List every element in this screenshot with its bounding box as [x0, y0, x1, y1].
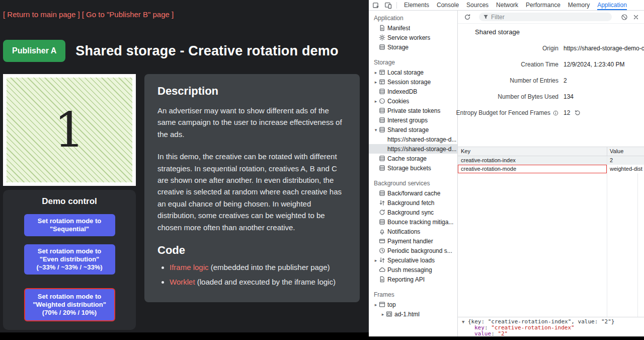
bracket-text: ]	[170, 10, 174, 19]
expand-triangle-icon[interactable]: ▼	[462, 319, 468, 325]
database-icon	[379, 107, 387, 114]
sidebar-item-label: Private state tokens	[387, 107, 440, 114]
metadata-value: https://shared-storage-demo-co	[564, 45, 644, 52]
triangle-right-icon[interactable]: ▸	[373, 80, 379, 85]
sidebar-item-back-forward-cache[interactable]: Back/forward cache	[369, 188, 457, 198]
bell-icon	[379, 228, 387, 235]
manifest-icon	[379, 25, 387, 31]
sidebar-item-https-shared-storage-d[interactable]: https://shared-storage-d...	[369, 134, 457, 144]
metadata-label: Number of Entries	[458, 77, 558, 84]
page-header: Publisher A Shared storage - Creative ro…	[3, 40, 369, 62]
sidebar-item-payment-handler[interactable]: Payment handler	[369, 236, 457, 246]
refresh-icon[interactable]	[464, 14, 471, 21]
set-rotation-mode-button-3[interactable]: Set rotation mode to"Weighted distributi…	[24, 288, 115, 321]
tab-elements[interactable]: Elements	[404, 0, 429, 10]
page-title: Shared storage - Creative rotation demo	[75, 43, 338, 59]
reset-entropy-budget-button[interactable]	[575, 110, 581, 116]
metadata-value: 134	[564, 93, 574, 100]
metadata-label: Origin	[458, 45, 558, 52]
column-header-value[interactable]: Value	[607, 147, 644, 156]
sidebar-item-service-workers[interactable]: Service workers	[369, 33, 457, 42]
publisher-page: [ Return to main page ] [ Go to "Publish…	[0, 0, 369, 332]
shared-storage-panel: Shared storage Originhttps://shared-stor…	[458, 11, 644, 336]
sidebar-item-label: IndexedDB	[387, 88, 417, 95]
sidebar-item-background-fetch[interactable]: Background fetch	[369, 198, 457, 208]
demo-control-title: Demo control	[3, 196, 136, 207]
sidebar-item-shared-storage[interactable]: ▾Shared storage	[369, 125, 457, 134]
sidebar-item-notifications[interactable]: Notifications	[369, 227, 457, 236]
database-icon	[379, 155, 387, 162]
devtools-body: ApplicationManifestService workersStorag…	[369, 11, 644, 336]
database-icon	[379, 117, 387, 123]
sidebar-item-push-messaging[interactable]: Push messaging	[369, 265, 457, 275]
tab-application[interactable]: Application	[597, 0, 627, 10]
publisher-b-link[interactable]: Go to "Publisher B" page	[86, 10, 170, 19]
column-header-key[interactable]: Key	[458, 147, 607, 156]
metadata-label: Creation Time	[458, 61, 558, 68]
sidebar-item-label: Background sync	[387, 209, 434, 216]
metadata-row-number-of-bytes-used: Number of Bytes Used134	[458, 89, 644, 105]
delete-icon[interactable]	[633, 14, 639, 20]
database-icon	[379, 190, 387, 196]
sidebar-item-https-shared-storage-d[interactable]: https://shared-storage-d...	[369, 144, 457, 154]
sidebar-item-storage-buckets[interactable]: Storage buckets	[369, 163, 457, 173]
sidebar-item-label: https://shared-storage-d...	[387, 146, 456, 153]
tab-sources[interactable]: Sources	[466, 0, 489, 10]
sidebar-item-top[interactable]: ▸top	[369, 300, 457, 309]
sidebar-item-session-storage[interactable]: ▸Session storage	[369, 77, 457, 87]
clear-all-icon[interactable]	[621, 14, 628, 21]
sidebar-item-storage[interactable]: Storage	[369, 42, 457, 52]
clock-icon	[379, 247, 387, 254]
inspect-icon[interactable]	[372, 2, 380, 9]
tab-memory[interactable]: Memory	[568, 0, 590, 10]
sidebar-item-label: Interest groups	[387, 117, 428, 124]
table-row-creative-rotation-mode[interactable]: creative-rotation-modeweighted-dist	[458, 165, 644, 173]
sidebar-item-label: Session storage	[387, 79, 431, 86]
sidebar-item-reporting-api[interactable]: Reporting API	[369, 275, 457, 284]
sidebar-item-speculative-loads[interactable]: ▸Speculative loads	[369, 255, 457, 265]
device-toolbar-icon[interactable]	[384, 2, 392, 9]
set-rotation-mode-button-1[interactable]: Set rotation mode to"Sequential"	[24, 214, 115, 236]
worklet-link[interactable]: Worklet	[170, 278, 195, 286]
tab-performance[interactable]: Performance	[526, 0, 560, 10]
sidebar-item-ad-1-html[interactable]: ▸ad-1.html	[369, 309, 457, 319]
sidebar-item-cache-storage[interactable]: Cache storage	[369, 154, 457, 163]
metadata-label: Number of Bytes Used	[458, 93, 558, 100]
sidebar-item-label: Payment handler	[387, 238, 433, 245]
sidebar-item-bounce-tracking-mitiga[interactable]: Bounce tracking mitiga...	[369, 217, 457, 227]
return-to-main-link[interactable]: Return to main page	[7, 10, 75, 19]
tab-console[interactable]: Console	[437, 0, 459, 10]
database-icon	[379, 126, 387, 133]
sidebar-item-interest-groups[interactable]: Interest groups	[369, 115, 457, 125]
devtools-tabbar: ElementsConsoleSourcesNetworkPerformance…	[369, 0, 644, 11]
cell-value: weighted-dist	[607, 165, 644, 173]
sidebar-item-indexeddb[interactable]: IndexedDB	[369, 87, 457, 96]
sidebar-item-label: Service workers	[387, 34, 430, 41]
set-rotation-mode-button-2[interactable]: Set rotation mode to"Even distribution"(…	[24, 244, 115, 275]
tab-network[interactable]: Network	[496, 0, 518, 10]
sidebar-item-cookies[interactable]: ▸Cookies	[369, 96, 457, 106]
triangle-right-icon[interactable]: ▸	[380, 312, 386, 317]
ad-creative-frame[interactable]: 1	[3, 74, 136, 186]
sidebar-item-private-state-tokens[interactable]: Private state tokens	[369, 106, 457, 115]
table-rows: creative-rotation-index2creative-rotatio…	[458, 156, 644, 173]
filter-box[interactable]	[479, 13, 612, 21]
filter-input[interactable]	[491, 14, 608, 21]
triangle-right-icon[interactable]: ▸	[373, 70, 379, 75]
code-list-item: Worklet (loaded and executed by the ifra…	[170, 277, 347, 288]
triangle-right-icon[interactable]: ▸	[373, 99, 379, 104]
sidebar-item-label: Push messaging	[387, 266, 432, 274]
triangle-right-icon[interactable]: ▸	[373, 258, 379, 263]
sidebar-item-label: Local storage	[387, 69, 424, 76]
triangle-right-icon[interactable]: ▸	[373, 302, 379, 307]
sidebar-item-periodic-background-s[interactable]: Periodic background s...	[369, 246, 457, 255]
sidebar-item-label: ad-1.html	[394, 311, 420, 318]
iframe-logic-link[interactable]: Iframe logic	[170, 263, 209, 271]
sidebar-item-manifest[interactable]: Manifest	[369, 23, 457, 33]
triangle-down-icon[interactable]: ▾	[373, 127, 379, 132]
publisher-a-badge: Publisher A	[3, 40, 65, 62]
table-row-creative-rotation-index[interactable]: creative-rotation-index2	[458, 156, 644, 165]
sidebar-item-background-sync[interactable]: Background sync	[369, 208, 457, 217]
table-header: Key Value	[458, 147, 644, 156]
sidebar-item-local-storage[interactable]: ▸Local storage	[369, 67, 457, 77]
